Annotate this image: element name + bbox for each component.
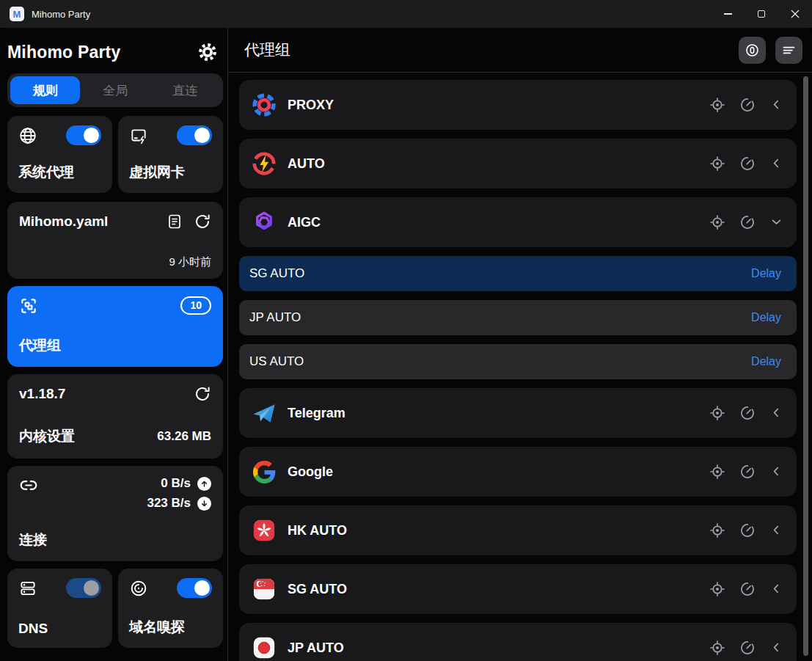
locate-current-proxy-icon[interactable] [709,463,726,481]
minimize-icon [724,13,732,15]
jp-flag [251,635,277,661]
group-scan-icon [19,296,38,315]
profile-updated-time: 9 小时前 [19,255,211,269]
refresh-icon [194,385,211,403]
tun-card[interactable]: 虚拟网卡 [118,116,223,193]
zero-circle-button[interactable] [739,37,766,64]
profile-details-button[interactable] [166,213,183,230]
tun-toggle[interactable] [177,125,212,145]
delay-test-icon[interactable] [739,580,756,598]
locate-current-proxy-icon[interactable] [709,404,726,422]
chevron-left-icon[interactable] [770,583,783,596]
locate-current-proxy-icon[interactable] [709,155,726,172]
proxy-group-card-auto[interactable]: AUTO [239,139,797,189]
proxy-group-name: JP AUTO [288,640,696,656]
main-header: 代理组 [228,28,812,73]
dns-card[interactable]: DNS [7,569,112,648]
system-proxy-toggle[interactable] [66,125,101,145]
scrollbar-thumb[interactable] [803,76,808,656]
delay-test-icon[interactable] [739,213,756,231]
proxy-groups-count-badge: 10 [180,296,211,315]
proxy-group-card-telegram[interactable]: Telegram [239,388,797,438]
titlebar: M Mihomo Party [0,0,812,28]
proxy-item-name: JP AUTO [249,310,751,325]
system-proxy-label: 系统代理 [18,163,101,182]
delay-test-icon[interactable] [739,522,756,539]
tab-rule-mode[interactable]: 规则 [10,76,80,104]
minimize-button[interactable] [711,0,745,28]
proxy-item-sg-auto[interactable]: SG AUTODelay [239,256,797,291]
chevron-left-icon[interactable] [770,465,783,478]
chevron-left-icon[interactable] [770,641,783,654]
network-card-icon [129,126,148,145]
maximize-icon [758,10,765,18]
proxy-groups-label: 代理组 [19,336,211,355]
locate-current-proxy-icon[interactable] [709,639,726,657]
proxy-item-name: US AUTO [249,354,751,369]
delay-test-icon[interactable] [739,463,756,481]
close-button[interactable] [778,0,812,28]
proxy-group-name: SG AUTO [288,582,696,597]
settings-button[interactable] [197,41,219,63]
connections-card[interactable]: 0 B/s 323 B/s 连接 [7,466,223,561]
proxy-group-card-sg-auto[interactable]: SG AUTO [239,564,797,614]
proxy-item-jp-auto[interactable]: JP AUTODelay [239,300,797,335]
dns-toggle[interactable] [66,578,101,598]
delay-test-icon[interactable] [739,155,756,172]
core-settings-card[interactable]: v1.18.7 内核设置 63.26 MB [7,374,223,459]
sniff-toggle[interactable] [177,578,212,598]
upload-arrow-icon [197,477,211,491]
delay-test-icon[interactable] [739,96,756,114]
window-title: Mihomo Party [32,9,90,20]
proxy-item-us-auto[interactable]: US AUTODelay [239,344,797,379]
delay-button[interactable]: Delay [751,355,781,368]
delay-test-icon[interactable] [739,639,756,657]
upload-speed: 0 B/s [161,476,191,491]
chevron-left-icon[interactable] [770,157,783,170]
locate-current-proxy-icon[interactable] [709,580,726,598]
proxy-group-card-google[interactable]: Google [239,447,797,497]
proxy-group-list: PROXYAUTOAIGCSG AUTODelayJP AUTODelayUS … [228,73,812,661]
delay-button[interactable]: Delay [751,267,781,280]
text-lines-icon [781,43,797,58]
profile-card[interactable]: Mihomo.yaml 9 小时前 [7,202,223,279]
chevron-left-icon[interactable] [770,524,783,537]
openai-knot-logo [251,209,277,235]
locate-current-proxy-icon[interactable] [709,213,726,231]
tab-global-mode[interactable]: 全局 [80,76,150,104]
file-text-icon [166,213,183,230]
chevron-left-icon[interactable] [770,406,783,420]
sniff-card[interactable]: 域名嗅探 [118,569,223,648]
download-speed: 323 B/s [147,496,191,511]
locate-current-proxy-icon[interactable] [709,522,726,539]
close-icon [791,10,800,18]
circled-zero-icon [745,43,760,58]
tab-direct-mode[interactable]: 直连 [150,76,220,104]
core-restart-button[interactable] [194,385,211,403]
sidebar: Mihomo Party 规则 全局 直连 [0,28,228,661]
proxy-group-name: PROXY [288,98,696,113]
profile-refresh-button[interactable] [194,213,211,230]
proxy-group-card-proxy[interactable]: PROXY [239,80,797,130]
main-panel: 代理组 PROXYAUTOAIGCSG AUTODelayJP AUTODela… [228,28,812,661]
system-proxy-card[interactable]: 系统代理 [7,116,112,193]
delay-test-icon[interactable] [739,404,756,422]
proxy-group-card-jp-auto[interactable]: JP AUTO [239,623,797,661]
server-icon [18,579,37,598]
core-memory-usage: 63.26 MB [157,429,211,444]
chevron-left-icon[interactable] [770,98,783,112]
sniff-label: 域名嗅探 [129,618,212,637]
telegram-logo [251,400,277,426]
core-settings-label: 内核设置 [19,427,75,446]
delay-button[interactable]: Delay [751,311,781,324]
chevron-down-icon[interactable] [770,216,783,229]
sidebar-proxy-groups-card[interactable]: 10 代理组 [7,286,223,367]
proxy-group-card-hk-auto[interactable]: HK AUTO [239,505,797,555]
maximize-button[interactable] [745,0,778,28]
refresh-icon [194,213,211,230]
globe-icon [18,126,37,145]
locate-current-proxy-icon[interactable] [709,96,726,114]
sort-lines-button[interactable] [775,37,802,64]
proxy-group-card-aigc[interactable]: AIGC [239,197,797,247]
dns-label: DNS [18,621,101,637]
